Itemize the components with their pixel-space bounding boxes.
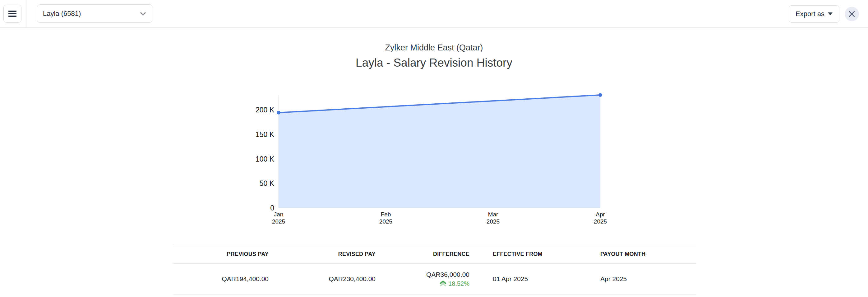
difference-change: 18.52% — [440, 280, 469, 287]
cell-previous-pay: QAR194,400.00 — [173, 275, 269, 283]
increase-arrow-icon — [440, 280, 446, 287]
col-header-effective-from: EFFECTIVE FROM — [469, 251, 600, 258]
data-point-marker[interactable] — [598, 93, 602, 97]
x-tick-label: Mar2025 — [487, 211, 500, 225]
employee-selector-value: Layla (6581) — [43, 10, 81, 18]
data-point-marker[interactable] — [277, 111, 280, 114]
menu-button[interactable] — [3, 5, 22, 23]
table-header-row: PREVIOUS PAY REVISED PAY DIFFERENCE EFFE… — [173, 245, 696, 264]
table-row: QAR194,400.00 QAR230,400.00 QAR36,000.00… — [173, 264, 696, 295]
col-header-difference: DIFFERENCE — [376, 251, 469, 258]
col-header-previous-pay: PREVIOUS PAY — [173, 251, 269, 258]
close-button[interactable] — [845, 7, 859, 21]
chart-subtitle: Zylker Middle East (Qatar) — [0, 43, 868, 53]
x-tick-label: Jan2025 — [272, 211, 285, 225]
employee-selector-dropdown[interactable]: Layla (6581) — [37, 4, 152, 23]
area-fill — [279, 95, 600, 208]
difference-value: QAR36,000.00 — [426, 271, 469, 278]
cell-difference: QAR36,000.00 18.52% — [376, 271, 469, 287]
topbar: Layla (6581) Export as — [0, 0, 868, 28]
cell-effective-from: 01 Apr 2025 — [469, 275, 600, 283]
export-as-label: Export as — [796, 10, 825, 18]
col-header-revised-pay: REVISED PAY — [269, 251, 376, 258]
cell-payout-month: Apr 2025 — [600, 275, 696, 283]
salary-area-chart: 050 K100 K150 K200 K Jan2025Feb2025Mar20… — [0, 87, 868, 231]
hamburger-icon — [8, 10, 17, 17]
topbar-actions: Export as — [789, 0, 859, 28]
chevron-down-icon — [139, 10, 147, 18]
salary-revision-table: PREVIOUS PAY REVISED PAY DIFFERENCE EFFE… — [173, 245, 696, 295]
caret-down-icon — [828, 12, 833, 15]
chart-title: Layla - Salary Revision History — [0, 56, 868, 70]
difference-percent: 18.52% — [448, 280, 469, 287]
x-tick-label: Feb2025 — [379, 211, 392, 225]
export-as-button[interactable]: Export as — [789, 5, 839, 23]
x-tick-label: Apr2025 — [594, 211, 607, 225]
cell-revised-pay: QAR230,400.00 — [269, 275, 376, 283]
col-header-payout-month: PAYOUT MONTH — [600, 251, 696, 258]
area-chart-plot — [261, 90, 622, 215]
close-icon — [845, 7, 859, 21]
